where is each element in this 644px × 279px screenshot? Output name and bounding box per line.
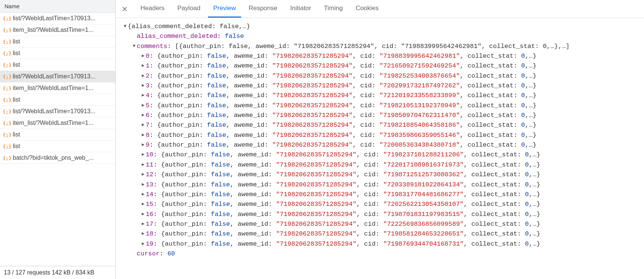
tab-timing[interactable]: Timing xyxy=(318,0,348,18)
request-item[interactable]: {;}list xyxy=(0,59,115,71)
request-item[interactable]: {;}list xyxy=(0,48,115,59)
json-content: 12: {author_pin: false, aweme_id: "71982… xyxy=(146,170,540,180)
json-content: 14: {author_pin: false, aweme_id: "71982… xyxy=(146,190,540,200)
json-array-item[interactable]: 6: {author_pin: false, aweme_id: "719820… xyxy=(122,111,637,120)
json-array-item[interactable]: 0: {author_pin: false, aweme_id: "719820… xyxy=(122,51,637,61)
expand-arrow-icon[interactable] xyxy=(140,51,146,60)
json-icon: {;} xyxy=(4,50,11,57)
preview-body[interactable]: {alias_comment_deleted: false,…}alias_co… xyxy=(116,18,644,279)
request-item[interactable]: {;}batch/?bid=tiktok_pns_web_... xyxy=(0,152,115,164)
expand-arrow-icon[interactable] xyxy=(122,22,128,30)
tab-preview[interactable]: Preview xyxy=(208,0,241,18)
request-label: item_list/?WebIdLastTime=1... xyxy=(13,27,94,33)
tab-headers[interactable]: Headers xyxy=(135,0,170,18)
request-label: list xyxy=(13,50,20,57)
expand-arrow-icon[interactable] xyxy=(140,140,146,148)
json-icon: {;} xyxy=(4,96,11,103)
json-array-item[interactable]: 5: {author_pin: false, aweme_id: "719820… xyxy=(122,101,637,111)
json-array-item[interactable]: 2: {author_pin: false, aweme_id: "719820… xyxy=(122,71,637,81)
json-content: alias_comment_deleted: false xyxy=(137,32,244,41)
tab-payload[interactable]: Payload xyxy=(172,0,205,18)
expand-arrow-icon[interactable] xyxy=(140,170,146,178)
json-prop-comments[interactable]: comments: [{author_pin: false, aweme_id:… xyxy=(122,42,637,51)
detail-panel: HeadersPayloadPreviewResponseInitiatorTi… xyxy=(116,0,644,279)
request-item[interactable]: {;}list xyxy=(0,141,115,152)
json-content: 11: {author_pin: false, aweme_id: "71982… xyxy=(146,160,540,170)
request-item[interactable]: {;}list xyxy=(0,129,115,141)
expand-arrow-icon[interactable] xyxy=(140,91,146,99)
json-content: 19: {author_pin: false, aweme_id: "71982… xyxy=(146,239,540,249)
request-item[interactable]: {;}list xyxy=(0,94,115,106)
json-icon: {;} xyxy=(4,73,11,80)
tab-cookies[interactable]: Cookies xyxy=(350,0,384,18)
request-item[interactable]: {;}item_list/?WebIdLastTime=1... xyxy=(0,82,115,94)
expand-arrow-icon[interactable] xyxy=(140,111,146,119)
expand-arrow-icon[interactable] xyxy=(140,71,146,80)
tab-response[interactable]: Response xyxy=(243,0,283,18)
json-array-item[interactable]: 13: {author_pin: false, aweme_id: "71982… xyxy=(122,180,637,190)
request-summary: 13 / 127 requests 142 kB / 834 kB xyxy=(0,266,115,279)
json-prop-cursor[interactable]: cursor: 60 xyxy=(122,249,637,259)
request-item[interactable]: {;}item_list/?WebIdLastTime=1... xyxy=(0,24,115,36)
json-content: 6: {author_pin: false, aweme_id: "719820… xyxy=(146,111,537,120)
expand-arrow-icon[interactable] xyxy=(140,101,146,109)
json-array-item[interactable]: 12: {author_pin: false, aweme_id: "71982… xyxy=(122,170,637,180)
expand-arrow-icon[interactable] xyxy=(140,219,146,228)
expand-arrow-icon[interactable] xyxy=(140,229,146,237)
json-prop-alias[interactable]: alias_comment_deleted: false xyxy=(122,32,637,41)
json-root[interactable]: {alias_comment_deleted: false,…} xyxy=(122,22,637,32)
json-content: 4: {author_pin: false, aweme_id: "719820… xyxy=(146,91,537,100)
json-array-item[interactable]: 14: {author_pin: false, aweme_id: "71982… xyxy=(122,190,637,200)
json-content: 9: {author_pin: false, aweme_id: "719820… xyxy=(146,140,537,150)
expand-arrow-icon[interactable] xyxy=(140,180,146,188)
json-icon: {;} xyxy=(4,27,11,33)
json-content: 7: {author_pin: false, aweme_id: "719820… xyxy=(146,120,537,130)
json-icon: {;} xyxy=(4,15,11,22)
expand-arrow-icon[interactable] xyxy=(140,61,146,69)
json-content: 17: {author_pin: false, aweme_id: "71982… xyxy=(146,219,540,229)
json-array-item[interactable]: 8: {author_pin: false, aweme_id: "719820… xyxy=(122,130,637,140)
request-item[interactable]: {;}item_list/?WebIdLastTime=1... xyxy=(0,117,115,129)
request-label: batch/?bid=tiktok_pns_web_... xyxy=(13,154,94,161)
json-icon: {;} xyxy=(4,143,11,150)
json-array-item[interactable]: 11: {author_pin: false, aweme_id: "71982… xyxy=(122,160,637,170)
json-content: 5: {author_pin: false, aweme_id: "719820… xyxy=(146,101,537,111)
expand-arrow-icon[interactable] xyxy=(140,120,146,129)
json-array-item[interactable]: 18: {author_pin: false, aweme_id: "71982… xyxy=(122,229,637,239)
json-content: 15: {author_pin: false, aweme_id: "71982… xyxy=(146,200,540,209)
expand-arrow-icon[interactable] xyxy=(140,81,146,89)
json-icon: {;} xyxy=(4,131,11,138)
expand-arrow-icon[interactable] xyxy=(140,160,146,168)
json-array-item[interactable]: 16: {author_pin: false, aweme_id: "71982… xyxy=(122,210,637,219)
json-array-item[interactable]: 3: {author_pin: false, aweme_id: "719820… xyxy=(122,81,637,91)
request-item[interactable]: {;}list/?WebIdLastTime=170913... xyxy=(0,106,115,117)
expand-arrow-icon[interactable] xyxy=(140,239,146,248)
expand-arrow-icon[interactable] xyxy=(140,210,146,218)
json-array-item[interactable]: 9: {author_pin: false, aweme_id: "719820… xyxy=(122,140,637,150)
json-array-item[interactable]: 10: {author_pin: false, aweme_id: "71982… xyxy=(122,150,637,160)
request-item[interactable]: {;}list xyxy=(0,36,115,48)
json-array-item[interactable]: 17: {author_pin: false, aweme_id: "71982… xyxy=(122,219,637,229)
request-item[interactable]: {;}list/?WebIdLastTime=170913... xyxy=(0,13,115,24)
json-array-item[interactable]: 4: {author_pin: false, aweme_id: "719820… xyxy=(122,91,637,100)
expand-arrow-icon[interactable] xyxy=(140,150,146,158)
json-content: {alias_comment_deleted: false,…} xyxy=(128,22,250,32)
json-content: 2: {author_pin: false, aweme_id: "719820… xyxy=(146,71,537,81)
json-array-item[interactable]: 7: {author_pin: false, aweme_id: "719820… xyxy=(122,120,637,130)
close-icon[interactable] xyxy=(119,4,130,14)
json-content: 1: {author_pin: false, aweme_id: "719820… xyxy=(146,61,537,71)
expand-arrow-icon[interactable] xyxy=(140,200,146,208)
request-label: list xyxy=(13,131,20,138)
expand-arrow-icon[interactable] xyxy=(140,190,146,198)
sidebar-column-header[interactable]: Name xyxy=(0,0,115,13)
request-item[interactable]: {;}list/?WebIdLastTime=170913... xyxy=(0,71,115,82)
json-array-item[interactable]: 15: {author_pin: false, aweme_id: "71982… xyxy=(122,200,637,209)
json-array-item[interactable]: 19: {author_pin: false, aweme_id: "71982… xyxy=(122,239,637,249)
tab-initiator[interactable]: Initiator xyxy=(285,0,317,18)
json-content: cursor: 60 xyxy=(137,249,175,259)
json-icon: {;} xyxy=(4,38,11,45)
json-array-item[interactable]: 1: {author_pin: false, aweme_id: "719820… xyxy=(122,61,637,71)
request-label: list xyxy=(13,96,20,103)
expand-arrow-icon[interactable] xyxy=(140,130,146,139)
expand-arrow-icon[interactable] xyxy=(131,42,137,50)
